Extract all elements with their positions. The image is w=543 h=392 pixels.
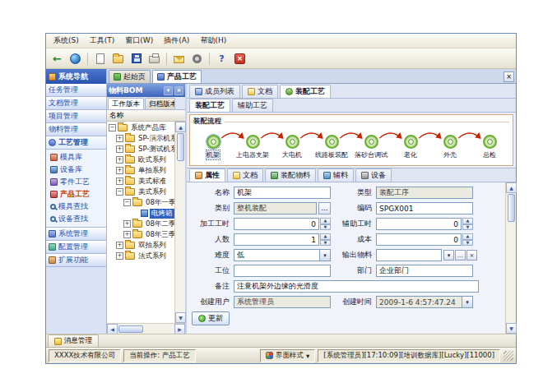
expand-icon[interactable]: + <box>123 231 131 238</box>
tree-row[interactable]: +SP-演示机系列 <box>107 133 174 144</box>
subtab-auxiliary-process[interactable]: 辅助工艺 <box>232 99 273 112</box>
process-node-icon[interactable] <box>443 135 457 149</box>
spin-down-icon[interactable]: ▼ <box>462 240 473 247</box>
category-input[interactable] <box>234 202 317 214</box>
process-node-icon[interactable] <box>483 135 497 149</box>
work-hours-input[interactable] <box>234 218 319 230</box>
expand-icon[interactable]: + <box>116 135 123 142</box>
panel-close-button[interactable]: × <box>174 86 183 95</box>
tab-archived-version[interactable]: 归档版本 <box>145 98 175 109</box>
save-button[interactable] <box>128 50 145 67</box>
nav-item-mold-search[interactable]: 模具查找 <box>46 201 106 213</box>
process-node-icon[interactable] <box>404 135 418 149</box>
nav-group-extend[interactable]: 扩展功能 <box>46 254 106 267</box>
form-vertical-scrollbar[interactable]: ▲ ▼ <box>505 182 516 334</box>
flow-node-3[interactable]: 大电机 <box>272 127 312 164</box>
scroll-up-button[interactable]: ▲ <box>175 122 186 132</box>
collapse-icon[interactable]: − <box>123 199 131 206</box>
menu-window[interactable]: 窗口(W) <box>120 35 158 47</box>
globe-button[interactable] <box>67 50 84 67</box>
menu-system[interactable]: 系统(S) <box>49 35 84 47</box>
menu-help[interactable]: 帮助(H) <box>195 35 231 47</box>
collapse-icon[interactable]: − <box>116 188 123 196</box>
nav-group-document[interactable]: 文档管理 <box>46 97 106 110</box>
tree-row[interactable]: +美式标准 <box>107 176 174 187</box>
creator-input[interactable] <box>234 296 331 308</box>
cost-stepper[interactable]: ▲▼ <box>462 233 473 246</box>
output-material-input[interactable] <box>376 249 442 261</box>
print-button[interactable] <box>146 50 163 67</box>
cost-input[interactable] <box>376 233 462 246</box>
spin-up-icon[interactable]: ▲ <box>320 233 331 240</box>
scroll-track[interactable] <box>506 223 516 323</box>
nav-group-material[interactable]: 物料管理 <box>46 123 106 136</box>
menu-plugins[interactable]: 插件(A) <box>159 35 194 47</box>
output-browse-button[interactable]: … <box>455 250 466 261</box>
flow-node-5[interactable]: 落砂台调试 <box>351 127 391 164</box>
exit-button[interactable]: × <box>231 50 248 67</box>
tree-row[interactable]: +双拍系列 <box>107 240 174 251</box>
difficulty-select[interactable] <box>234 249 319 261</box>
process-node-icon[interactable] <box>364 135 378 149</box>
spin-down-icon[interactable]: ▼ <box>462 224 473 231</box>
subtab-assembly-process[interactable]: 装配工艺 <box>189 99 230 112</box>
output-dropdown-button[interactable]: ▾ <box>443 250 454 261</box>
tab-documents[interactable]: 文档 <box>242 85 278 98</box>
scroll-up-button[interactable]: ▲ <box>506 182 517 193</box>
tree-row[interactable]: +08年二季度 <box>107 219 174 229</box>
name-input[interactable] <box>234 187 331 199</box>
tab-member-list[interactable]: 成员列表 <box>189 85 240 98</box>
nav-group-craft[interactable]: 工艺管理 <box>46 136 106 150</box>
spin-up-icon[interactable]: ▲ <box>320 218 331 224</box>
flow-node-1[interactable]: 机架 <box>193 127 233 164</box>
department-input[interactable] <box>376 265 473 277</box>
process-node-icon[interactable] <box>285 135 299 149</box>
expand-icon[interactable]: + <box>116 167 123 174</box>
flow-node-7[interactable]: 外壳 <box>430 127 470 164</box>
tab-detail-documents[interactable]: 文档 <box>227 168 263 182</box>
tree-column-header[interactable]: 名称 <box>107 110 185 122</box>
nav-group-task[interactable]: 任务管理 <box>46 84 106 97</box>
expand-icon[interactable]: + <box>116 252 123 260</box>
category-browse-button[interactable]: … <box>318 202 331 214</box>
aux-hours-stepper[interactable]: ▲▼ <box>462 218 473 230</box>
scrollbar-thumb[interactable] <box>177 133 184 161</box>
scroll-down-button[interactable]: ▼ <box>175 312 186 323</box>
nav-group-config[interactable]: 配置管理 <box>46 241 106 254</box>
flow-node-4[interactable]: 线路板装配 <box>312 127 351 164</box>
spin-up-icon[interactable]: ▲ <box>462 233 473 240</box>
difficulty-dropdown-button[interactable]: ▾ <box>319 249 331 261</box>
spin-down-icon[interactable]: ▼ <box>320 240 331 247</box>
scrollbar-thumb[interactable] <box>508 194 515 222</box>
people-stepper[interactable]: ▲▼ <box>320 233 331 246</box>
process-node-icon[interactable] <box>325 135 339 149</box>
expand-icon[interactable]: + <box>116 178 123 185</box>
flow-node-8[interactable]: 总检 <box>470 127 509 164</box>
flow-node-6[interactable]: 老化 <box>391 127 430 164</box>
expand-icon[interactable]: + <box>123 220 131 228</box>
collapse-icon[interactable]: − <box>109 124 116 131</box>
work-hours-stepper[interactable]: ▲▼ <box>320 218 331 230</box>
create-time-input[interactable] <box>376 296 462 308</box>
tab-start-page[interactable]: 起始页 <box>109 70 151 83</box>
mail-button[interactable] <box>170 50 188 67</box>
tree-row[interactable]: +SP-测试机系列 <box>107 144 174 154</box>
close-tab-button[interactable]: × <box>504 71 514 82</box>
scroll-track[interactable] <box>175 162 185 312</box>
process-node-icon[interactable] <box>246 135 260 149</box>
nav-item-part-process[interactable]: 零件工艺 <box>46 176 106 188</box>
menu-tools[interactable]: 工具(T) <box>85 35 120 47</box>
tree-row[interactable]: −美式系列 <box>107 187 174 197</box>
panel-collapse-button[interactable]: ▾ <box>164 86 173 95</box>
create-time-dropdown-button[interactable]: ▾ <box>462 296 473 308</box>
new-document-button[interactable] <box>91 50 109 67</box>
tab-product-process[interactable]: 产品工艺 <box>152 70 202 83</box>
back-button[interactable]: ← <box>49 50 66 67</box>
tab-auxiliary-materials[interactable]: 辅料 <box>318 168 354 182</box>
station-input[interactable] <box>234 265 331 277</box>
resize-grip[interactable] <box>504 351 513 361</box>
tab-assembly-process[interactable]: 装配工艺 <box>280 85 331 98</box>
open-button[interactable] <box>109 50 127 67</box>
tree-row[interactable]: −08年一季度 <box>107 197 174 208</box>
scroll-left-button[interactable]: ◀ <box>107 324 118 334</box>
